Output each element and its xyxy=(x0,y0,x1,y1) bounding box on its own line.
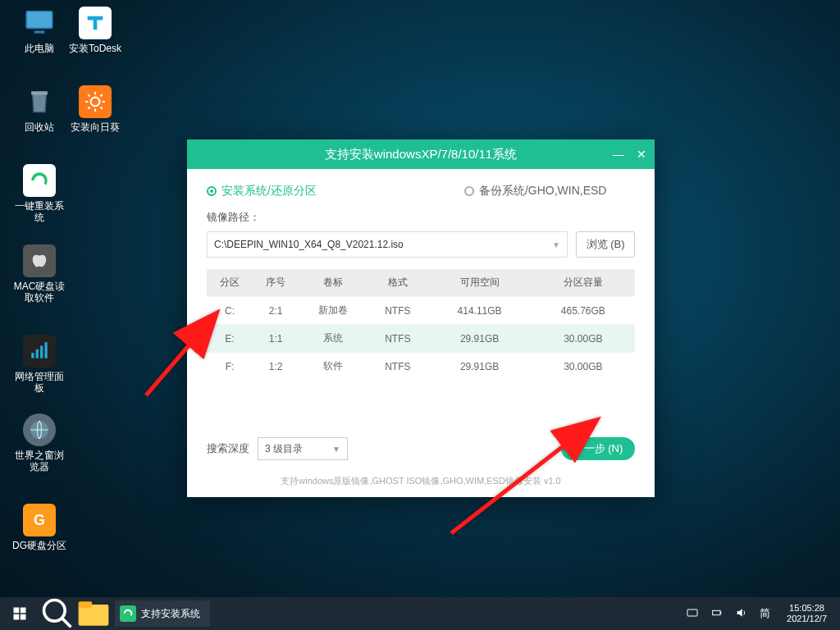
svg-rect-25 xyxy=(79,605,109,626)
image-path-combo[interactable]: C:\DEEPIN_WIN10_X64_Q8_V2021.12.iso ▼ xyxy=(207,231,568,258)
partition-table: 分区 序号 卷标 格式 可用空间 分区容量 C:2:1新加卷NTFS414.11… xyxy=(207,269,635,380)
svg-rect-13 xyxy=(36,349,39,358)
taskbar-explorer-icon[interactable] xyxy=(75,597,112,630)
svg-line-24 xyxy=(62,619,71,628)
svg-rect-12 xyxy=(31,353,34,358)
installer-window: 支持安装windowsXP/7/8/10/11系统 — ✕ 安装系统/还原分区 … xyxy=(187,139,655,497)
chevron-down-icon: ▼ xyxy=(332,445,340,454)
table-row[interactable]: E:1:1系统NTFS29.91GB30.00GB xyxy=(207,325,635,353)
tab-install-restore[interactable]: 安装系统/还原分区 xyxy=(207,184,317,199)
svg-rect-2 xyxy=(31,91,48,94)
image-path-value: C:\DEEPIN_WIN10_X64_Q8_V2021.12.iso xyxy=(214,239,404,250)
search-depth-select[interactable]: 3 级目录 ▼ xyxy=(258,437,348,460)
svg-rect-0 xyxy=(26,11,52,29)
svg-line-11 xyxy=(101,94,103,96)
desktop-icon-mac-disk[interactable]: MAC硬盘读取软件 xyxy=(11,244,67,304)
search-depth-label: 搜索深度 xyxy=(207,441,249,456)
svg-rect-21 xyxy=(14,614,20,620)
svg-rect-1 xyxy=(34,31,45,34)
desktop-icon-todesk[interactable]: 安装ToDesk xyxy=(67,7,123,54)
desktop-icon-network-panel[interactable]: 网络管理面板 xyxy=(11,335,67,394)
svg-rect-15 xyxy=(45,342,48,358)
svg-rect-22 xyxy=(21,614,26,620)
tray-network-icon[interactable] xyxy=(686,606,699,622)
desktop-icon-this-pc[interactable]: 此电脑 xyxy=(11,7,67,54)
desktop-icon-sunlogin[interactable]: 安装向日葵 xyxy=(67,85,123,133)
svg-rect-29 xyxy=(720,611,721,614)
table-row[interactable]: C:2:1新加卷NTFS414.11GB465.76GB xyxy=(207,297,635,325)
svg-point-3 xyxy=(91,98,100,107)
svg-rect-26 xyxy=(79,601,93,607)
taskbar: 支持安装系统 简 15:05:28 2021/12/7 xyxy=(0,597,840,630)
window-title: 支持安装windowsXP/7/8/10/11系统 xyxy=(325,147,517,162)
svg-line-9 xyxy=(101,107,103,109)
start-button[interactable] xyxy=(0,597,39,630)
svg-rect-27 xyxy=(687,609,697,616)
tray-volume-icon[interactable] xyxy=(735,606,748,622)
browse-button[interactable]: 浏览 (B) xyxy=(576,231,635,258)
desktop-icon-reinstall[interactable]: 一键重装系统 xyxy=(11,164,67,223)
next-button[interactable]: 下一步 (N) xyxy=(561,437,635,460)
desktop-icon-browser[interactable]: 世界之窗浏览器 xyxy=(11,413,67,472)
radio-off-icon xyxy=(464,186,474,196)
titlebar[interactable]: 支持安装windowsXP/7/8/10/11系统 — ✕ xyxy=(187,139,655,169)
desktop-icon-diskgenius[interactable]: G DG硬盘分区 xyxy=(11,504,67,551)
desktop-icon-recycle-bin[interactable]: 回收站 xyxy=(11,85,67,133)
svg-rect-20 xyxy=(21,608,26,614)
svg-rect-19 xyxy=(14,608,20,614)
close-button[interactable]: ✕ xyxy=(633,146,650,162)
tray-clock[interactable]: 15:05:28 2021/12/7 xyxy=(782,603,832,624)
chevron-down-icon: ▼ xyxy=(552,240,560,249)
svg-line-8 xyxy=(88,94,89,96)
tray-ime[interactable]: 简 xyxy=(760,606,770,621)
svg-rect-28 xyxy=(713,610,720,614)
system-tray: 简 15:05:28 2021/12/7 xyxy=(678,603,840,624)
taskbar-app-installer[interactable]: 支持安装系统 xyxy=(115,600,210,627)
table-row[interactable]: F:1:2软件NTFS29.91GB30.00GB xyxy=(207,353,635,381)
image-path-label: 镜像路径： xyxy=(207,210,635,225)
footnote: 支持windows原版镜像,GHOST ISO镜像,GHO,WIM,ESD镜像安… xyxy=(207,475,635,487)
svg-line-10 xyxy=(88,107,89,109)
tab-backup[interactable]: 备份系统/GHO,WIN,ESD xyxy=(464,184,607,199)
minimize-button[interactable]: — xyxy=(610,146,627,162)
svg-point-23 xyxy=(44,600,66,622)
svg-rect-14 xyxy=(40,346,43,358)
app-icon xyxy=(120,605,136,622)
radio-on-icon xyxy=(207,186,217,196)
taskbar-search-icon[interactable] xyxy=(39,597,75,630)
tray-battery-icon[interactable] xyxy=(710,606,724,622)
